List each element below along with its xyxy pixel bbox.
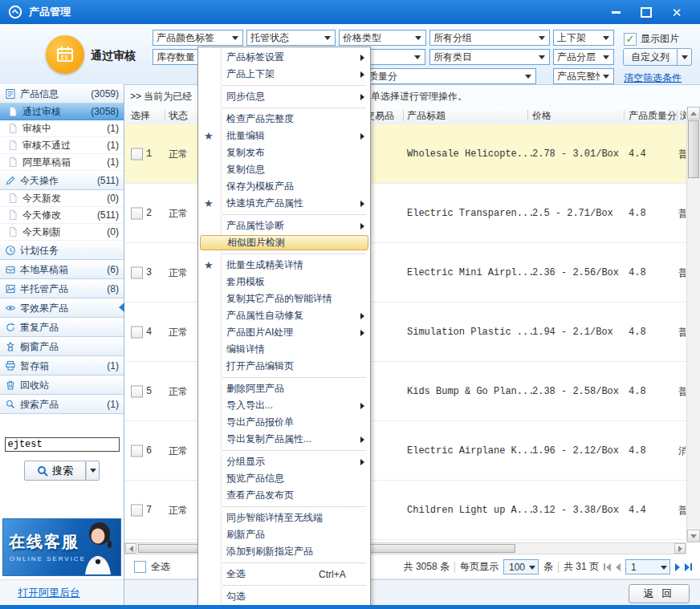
sidebar-collapse-arrow[interactable] bbox=[119, 302, 124, 312]
menu-item[interactable]: 导入导出... bbox=[198, 397, 370, 414]
search-options-dropdown[interactable] bbox=[86, 461, 100, 481]
quality-score-filter-dropdown[interactable]: 产品质量分 bbox=[345, 68, 536, 84]
menu-item[interactable]: 查看产品发布页 bbox=[198, 487, 370, 504]
menu-item[interactable]: 全选Ctrl+A bbox=[198, 566, 370, 583]
minimize-button[interactable] bbox=[605, 4, 626, 20]
menu-item[interactable]: 复制其它产品的智能详情 bbox=[198, 290, 370, 307]
sidebar-item[interactable]: 橱窗产品 bbox=[0, 337, 124, 356]
sidebar-item[interactable]: 审核不通过(1) bbox=[0, 137, 124, 154]
menu-item[interactable]: 刷新产品 bbox=[198, 526, 370, 543]
vertical-scrollbar-thumb[interactable] bbox=[688, 120, 699, 178]
sidebar-item[interactable]: 计划任务 bbox=[0, 241, 124, 260]
menu-item[interactable]: 打开产品编辑页 bbox=[198, 358, 370, 375]
first-page-button[interactable] bbox=[604, 563, 611, 571]
sidebar-item[interactable]: 通过审核(3058) bbox=[0, 104, 124, 120]
search-button[interactable]: 搜索 bbox=[24, 461, 86, 481]
online-service-banner[interactable]: 在线客服 ONLINE SERVICE bbox=[2, 518, 121, 576]
column-header-quality[interactable]: 产品质量分 bbox=[629, 107, 677, 124]
next-page-button[interactable] bbox=[675, 563, 680, 571]
group-filter-dropdown[interactable]: 所有分组 bbox=[429, 30, 550, 46]
menu-item[interactable]: 添加到刷新指定产品 bbox=[198, 543, 370, 560]
select-all-checkbox[interactable] bbox=[134, 561, 146, 573]
row-checkbox[interactable] bbox=[131, 504, 143, 516]
titlebar[interactable]: 产品管理 ✕ bbox=[0, 0, 700, 24]
show-images-checkbox[interactable]: ✓ 显示图片 bbox=[624, 32, 679, 46]
menu-item[interactable]: 产品标签设置 bbox=[198, 49, 370, 66]
scroll-left-button[interactable] bbox=[125, 543, 136, 554]
menu-item[interactable]: ★批量编辑 bbox=[198, 128, 370, 144]
menu-item[interactable]: 相似图片检测 bbox=[200, 235, 368, 250]
hosting-status-filter-dropdown[interactable]: 托管状态 bbox=[246, 30, 336, 46]
menu-item[interactable]: 分组显示 bbox=[198, 453, 370, 470]
menu-item[interactable]: 同步信息 bbox=[198, 88, 370, 105]
custom-columns-button[interactable]: 自定义列 bbox=[623, 48, 692, 66]
sidebar-item[interactable]: 今天修改(511) bbox=[0, 207, 124, 224]
column-header-price[interactable]: 价格 bbox=[532, 107, 551, 124]
column-header-select[interactable]: 选择 bbox=[131, 107, 150, 124]
menu-item[interactable]: 产品上下架 bbox=[198, 66, 370, 83]
sidebar-item[interactable]: 今天新发(0) bbox=[0, 190, 124, 207]
menu-item[interactable]: 勾选 bbox=[198, 588, 370, 605]
menu-item[interactable]: 套用模板 bbox=[198, 274, 370, 290]
menu-item[interactable]: 导出复制产品属性... bbox=[198, 431, 370, 448]
sidebar-item[interactable]: 阿里草稿箱(1) bbox=[0, 154, 124, 171]
completeness-filter-dropdown[interactable]: 产品完整性 bbox=[553, 68, 614, 84]
back-button[interactable]: 返 回 bbox=[629, 584, 690, 603]
scroll-up-button[interactable] bbox=[687, 107, 700, 120]
menu-item[interactable]: 复制发布 bbox=[198, 144, 370, 161]
column-header-status[interactable]: 状态 bbox=[169, 107, 188, 124]
price-type-filter-dropdown[interactable]: 价格类型 bbox=[339, 30, 426, 46]
per-page-dropdown[interactable]: 100 bbox=[503, 559, 539, 574]
column-header-partial[interactable]: 浏 bbox=[680, 107, 686, 124]
sidebar-item[interactable]: 搜索产品(1) bbox=[0, 395, 124, 414]
menu-item[interactable]: 产品属性自动修复 bbox=[198, 307, 370, 324]
select-all-control[interactable]: 全选 bbox=[134, 560, 170, 574]
menu-item[interactable]: 保存为模板产品 bbox=[198, 178, 370, 195]
menu-item[interactable]: 复制信息 bbox=[198, 161, 370, 178]
scroll-right-button[interactable] bbox=[674, 543, 686, 554]
menu-item[interactable]: 检查产品完整度 bbox=[198, 111, 370, 128]
scroll-down-button[interactable] bbox=[687, 530, 700, 542]
menu-item[interactable]: 产品属性诊断 bbox=[198, 217, 370, 234]
category-filter-dropdown[interactable]: 所有类目 bbox=[429, 49, 550, 65]
vertical-scrollbar[interactable] bbox=[686, 107, 700, 542]
row-checkbox[interactable] bbox=[131, 385, 143, 397]
row-checkbox[interactable] bbox=[131, 207, 143, 219]
search-input[interactable] bbox=[5, 437, 120, 452]
row-checkbox[interactable] bbox=[131, 326, 143, 338]
row-checkbox[interactable] bbox=[131, 148, 143, 160]
sidebar-item[interactable]: 审核中(1) bbox=[0, 120, 124, 137]
color-tag-filter-dropdown[interactable]: 产品颜色标签 bbox=[153, 30, 243, 46]
sidebar-item[interactable]: 重复产品 bbox=[0, 318, 124, 337]
clear-filters-link[interactable]: 清空筛选条件 bbox=[624, 71, 682, 85]
menu-item[interactable]: 产品图片AI处理 bbox=[198, 324, 370, 341]
menu-item[interactable]: 编辑详情 bbox=[198, 341, 370, 358]
sidebar-item[interactable]: 今天刷新(0) bbox=[0, 224, 124, 241]
maximize-button[interactable] bbox=[636, 4, 657, 20]
sidebar-item[interactable]: 产品信息(3059) bbox=[0, 84, 124, 104]
sidebar-item[interactable]: 回收站 bbox=[0, 376, 124, 395]
shelf-filter-dropdown[interactable]: 上下架 bbox=[553, 30, 614, 46]
menu-item[interactable]: 同步智能详情至无线端 bbox=[198, 510, 370, 526]
sidebar-item[interactable]: 半托管产品(8) bbox=[0, 279, 124, 298]
row-checkbox[interactable] bbox=[131, 445, 143, 457]
menu-item[interactable]: 预览产品信息 bbox=[198, 470, 370, 487]
sidebar-item[interactable]: 今天操作(511) bbox=[0, 171, 124, 190]
close-button[interactable]: ✕ bbox=[666, 4, 687, 20]
sidebar-item[interactable]: 本地草稿箱(6) bbox=[0, 260, 124, 279]
prev-page-button[interactable] bbox=[616, 563, 621, 571]
menu-item[interactable]: 导出产品报价单 bbox=[198, 414, 370, 431]
sidebar-item-count: (511) bbox=[97, 175, 119, 186]
product-tier-filter-dropdown[interactable]: 产品分层 bbox=[553, 49, 614, 65]
open-ali-backend-link[interactable]: 打开阿里后台 bbox=[18, 586, 80, 600]
page-number-dropdown[interactable]: 1 bbox=[625, 559, 670, 574]
row-title: Kids Bump & Go Plan... bbox=[407, 386, 534, 397]
row-checkbox[interactable] bbox=[131, 266, 143, 278]
sidebar-item[interactable]: 暂存箱(1) bbox=[0, 356, 124, 376]
menu-item[interactable]: ★批量生成精美详情 bbox=[198, 257, 370, 274]
menu-item[interactable]: 删除阿里产品 bbox=[198, 380, 370, 397]
sidebar-item[interactable]: 零效果产品 bbox=[0, 298, 124, 318]
last-page-button[interactable] bbox=[685, 563, 692, 571]
column-header-title[interactable]: 产品标题 bbox=[407, 107, 446, 124]
menu-item[interactable]: ★快速填充产品属性 bbox=[198, 195, 370, 212]
